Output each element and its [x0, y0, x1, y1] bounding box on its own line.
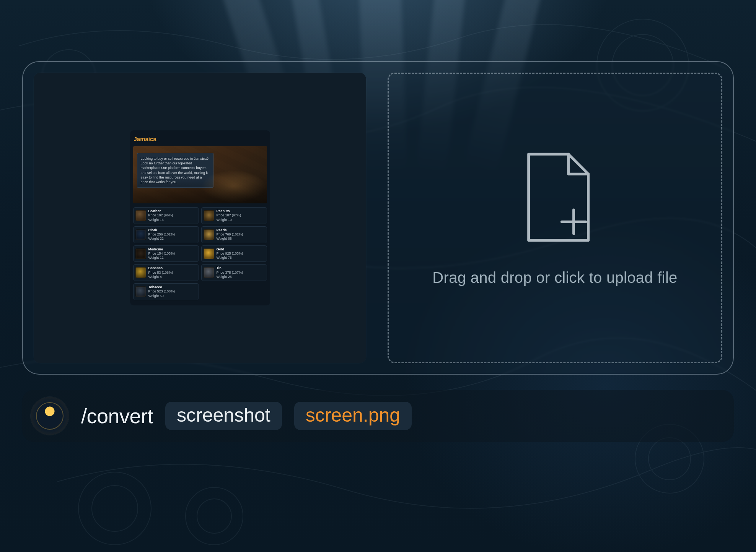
- param-chip-file[interactable]: screen.png: [294, 402, 412, 430]
- resource-price: Price 154 (103%): [148, 252, 175, 256]
- svg-point-2: [197, 499, 231, 533]
- resource-icon: [204, 267, 214, 278]
- resource-card[interactable]: LeatherPrice 192 (96%)Weight 16: [133, 207, 199, 224]
- resource-name: Leather: [148, 209, 173, 213]
- resource-name: Bananas: [148, 266, 173, 270]
- svg-point-8: [648, 438, 691, 480]
- resource-card[interactable]: TinPrice 375 (107%)Weight 25: [201, 264, 267, 281]
- game-hero-image: Looking to buy or sell resources in Jama…: [133, 146, 267, 203]
- resource-card[interactable]: BananasPrice 53 (106%)Weight 4: [133, 264, 199, 281]
- file-add-icon: [513, 148, 597, 248]
- game-tooltip: Looking to buy or sell resources in Jama…: [137, 153, 213, 188]
- resource-price: Price 523 (108%): [148, 289, 175, 294]
- resource-name: Gold: [217, 247, 243, 252]
- resource-weight: Weight 75: [217, 256, 243, 260]
- resource-info: ClothPrice 256 (102%)Weight 22: [148, 228, 175, 241]
- resource-price: Price 375 (107%): [217, 271, 243, 275]
- svg-point-0: [92, 485, 138, 531]
- screenshot-preview-panel: Jamaica Looking to buy or sell resources…: [34, 73, 366, 363]
- svg-point-3: [186, 487, 243, 545]
- resource-info: TobaccoPrice 523 (108%)Weight 50: [148, 285, 175, 298]
- resource-icon: [135, 229, 146, 240]
- resource-icon: [135, 248, 146, 259]
- svg-point-1: [78, 472, 151, 545]
- resource-info: TinPrice 375 (107%)Weight 25: [217, 266, 243, 279]
- resource-weight: Weight 68: [217, 237, 243, 241]
- file-dropzone[interactable]: Drag and drop or click to upload file: [388, 73, 722, 363]
- resource-info: PeanutsPrice 107 (97%)Weight 10: [217, 209, 241, 222]
- resource-card[interactable]: PearlsPrice 769 (102%)Weight 68: [201, 226, 267, 243]
- resource-name: Medicine: [148, 247, 175, 252]
- param-chip-screenshot[interactable]: screenshot: [165, 402, 282, 430]
- resource-price: Price 107 (97%): [217, 213, 241, 218]
- dropzone-text: Drag and drop or click to upload file: [432, 267, 677, 288]
- resource-icon: [204, 229, 214, 240]
- resource-info: LeatherPrice 192 (96%)Weight 16: [148, 209, 173, 222]
- resource-price: Price 53 (106%): [148, 271, 173, 275]
- command-text[interactable]: /convert: [81, 404, 153, 428]
- resource-info: PearlsPrice 769 (102%)Weight 68: [217, 228, 243, 241]
- resource-weight: Weight 25: [217, 275, 243, 279]
- resource-info: GoldPrice 925 (103%)Weight 75: [217, 247, 243, 260]
- resource-icon: [204, 210, 214, 221]
- upload-panel: Jamaica Looking to buy or sell resources…: [22, 61, 734, 375]
- resource-name: Tin: [217, 266, 243, 270]
- resource-weight: Weight 11: [148, 256, 175, 260]
- game-location-title: Jamaica: [134, 136, 266, 142]
- resource-weight: Weight 10: [217, 218, 241, 222]
- resource-icon: [135, 286, 146, 297]
- resource-icon: [135, 210, 146, 221]
- resource-weight: Weight 50: [148, 294, 175, 298]
- resource-info: BananasPrice 53 (106%)Weight 4: [148, 266, 173, 279]
- resource-icon: [204, 248, 214, 259]
- resource-name: Peanuts: [217, 209, 241, 213]
- resource-name: Cloth: [148, 228, 175, 232]
- resource-icon: [135, 267, 146, 278]
- resource-price: Price 256 (102%): [148, 232, 175, 237]
- resource-card[interactable]: ClothPrice 256 (102%)Weight 22: [133, 226, 199, 243]
- bot-avatar: [31, 397, 69, 435]
- resource-card[interactable]: PeanutsPrice 107 (97%)Weight 10: [201, 207, 267, 224]
- resource-card[interactable]: GoldPrice 925 (103%)Weight 75: [201, 245, 267, 262]
- command-bar: /convert screenshot screen.png: [22, 390, 734, 442]
- resource-weight: Weight 4: [148, 275, 173, 279]
- resource-grid: LeatherPrice 192 (96%)Weight 16PeanutsPr…: [133, 207, 267, 300]
- resource-price: Price 769 (102%): [217, 232, 243, 237]
- resource-name: Pearls: [217, 228, 243, 232]
- resource-price: Price 925 (103%): [217, 252, 243, 256]
- resource-info: MedicinePrice 154 (103%)Weight 11: [148, 247, 175, 260]
- resource-weight: Weight 16: [148, 218, 173, 222]
- resource-name: Tobacco: [148, 285, 175, 289]
- resource-weight: Weight 22: [148, 237, 175, 241]
- resource-card[interactable]: TobaccoPrice 523 (108%)Weight 50: [133, 283, 199, 300]
- game-screenshot: Jamaica Looking to buy or sell resources…: [130, 130, 270, 305]
- resource-card[interactable]: MedicinePrice 154 (103%)Weight 11: [133, 245, 199, 262]
- resource-price: Price 192 (96%): [148, 213, 173, 218]
